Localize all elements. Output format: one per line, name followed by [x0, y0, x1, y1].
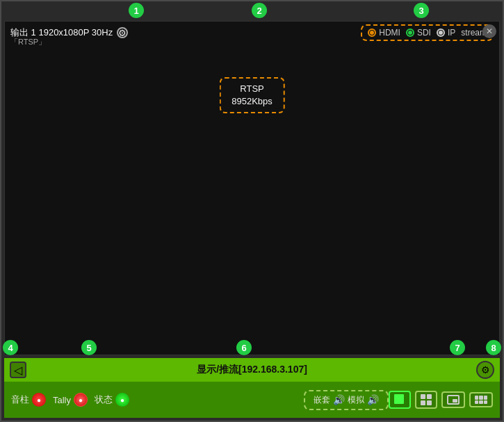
badge-5: 5 [81, 340, 97, 355]
rtsp-box: RTSP 8952Kbps [219, 77, 285, 113]
mix-button[interactable]: 嵌套 🔊 [314, 394, 345, 406]
audio-indicator[interactable]: ● [32, 393, 46, 407]
status-bar-right: ⚙ [476, 361, 494, 379]
gear-button[interactable]: ⚙ [476, 361, 494, 379]
analog-speaker-icon: 🔊 [367, 394, 379, 405]
hdmi-control[interactable]: HDMI [368, 28, 400, 38]
mix-label: 嵌套 [314, 394, 330, 406]
status-indicator[interactable]: ● [115, 393, 129, 407]
status-control[interactable]: 状态 ● [95, 393, 129, 407]
analog-label: 模拟 [348, 394, 364, 406]
mix-speaker-icon: 🔊 [333, 394, 345, 405]
status-bar-text: 显示/推流[192.168.3.107] [197, 364, 307, 376]
badge-8: 8 [486, 340, 501, 355]
quad-view-icon [421, 394, 432, 405]
rtsp-label: RTSP [231, 83, 273, 95]
bottom-right-controls [389, 391, 493, 409]
badge-1: 1 [129, 3, 144, 18]
gear-icon: ⚙ [481, 364, 490, 375]
hdmi-label: HDMI [379, 28, 400, 38]
output-controls: HDMI SDI IP stream [361, 24, 494, 41]
badge-4: 4 [3, 340, 18, 355]
close-button[interactable]: ✕ [482, 24, 496, 38]
sdi-radio[interactable] [406, 29, 414, 37]
rtsp-bitrate: 8952Kbps [231, 95, 273, 108]
sdi-label: SDI [417, 28, 431, 38]
audio-label: 音柱 [11, 393, 29, 406]
ip-control[interactable]: IP [437, 28, 455, 38]
volume-button[interactable]: ◁ [10, 362, 26, 378]
quad-view-button[interactable] [415, 391, 437, 409]
hdmi-radio[interactable] [368, 29, 376, 37]
tally-indicator[interactable]: ● [74, 393, 88, 407]
pip-view-button[interactable] [441, 391, 465, 408]
status-bar: ◁ 显示/推流[192.168.3.107] ⚙ [4, 358, 500, 382]
analog-button[interactable]: 模拟 🔊 [348, 394, 379, 406]
ip-label: IP [448, 28, 455, 38]
bottom-center-controls: 嵌套 🔊 模拟 🔊 [304, 390, 389, 410]
bottom-left-controls: 音柱 ● Tally ● 状态 ● [11, 393, 304, 407]
bottom-bar: 音柱 ● Tally ● 状态 ● 嵌套 🔊 模拟 🔊 [4, 382, 500, 418]
rtsp-small-label: 「RTSP」 [10, 37, 46, 47]
pip-view-icon [447, 395, 460, 405]
video-area: 输出 1 1920x1080P 30Hz ⚙ HDMI SDI IP strea… [4, 21, 500, 355]
status-bar-left: ◁ [10, 362, 26, 378]
main-container: 输出 1 1920x1080P 30Hz ⚙ HDMI SDI IP strea… [0, 0, 504, 422]
audio-control[interactable]: 音柱 ● [11, 393, 46, 407]
status-label: 状态 [95, 393, 113, 406]
video-header: 输出 1 1920x1080P 30Hz ⚙ HDMI SDI IP strea… [5, 22, 499, 44]
badge-3: 3 [414, 3, 429, 18]
single-view-icon [394, 394, 405, 405]
sdi-control[interactable]: SDI [406, 28, 431, 38]
ip-radio[interactable] [437, 29, 445, 37]
settings-icon[interactable]: ⚙ [117, 27, 128, 38]
badge-2: 2 [252, 3, 267, 18]
multi-view-icon [475, 396, 487, 404]
multi-view-button[interactable] [469, 392, 493, 407]
badge-7: 7 [450, 340, 465, 355]
tally-control[interactable]: Tally ● [53, 393, 88, 407]
single-view-button[interactable] [389, 391, 411, 409]
tally-label: Tally [53, 395, 71, 405]
volume-icon: ◁ [14, 364, 22, 377]
badge-6: 6 [236, 340, 252, 355]
